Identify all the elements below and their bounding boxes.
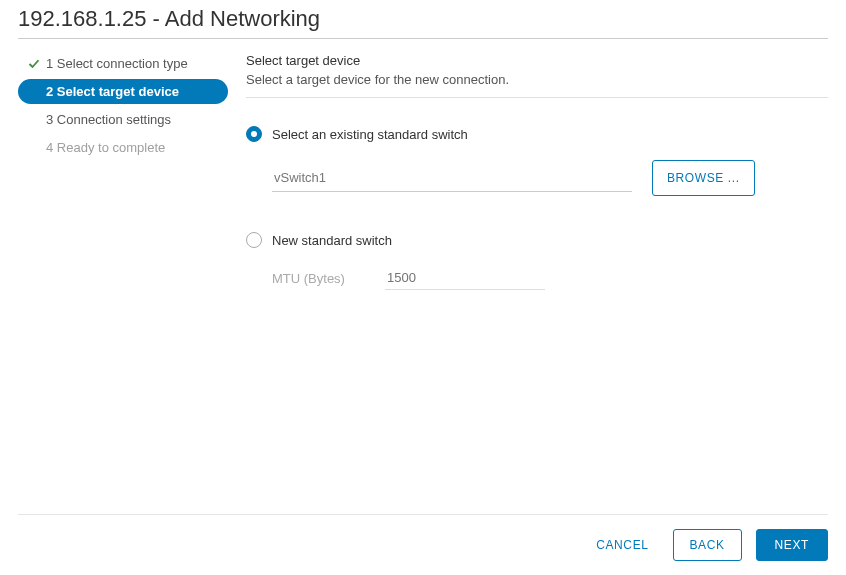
section-subtitle: Select a target device for the new conne…: [246, 72, 828, 87]
next-button[interactable]: NEXT: [756, 529, 828, 561]
wizard-step-label: 2 Select target device: [46, 84, 179, 99]
radio-label: New standard switch: [272, 233, 392, 248]
wizard-step-connection-settings[interactable]: 3 Connection settings: [18, 107, 228, 132]
checkmark-icon: [26, 58, 42, 70]
radio-label: Select an existing standard switch: [272, 127, 468, 142]
wizard-sidebar: 1 Select connection type 2 Select target…: [18, 51, 228, 290]
main-content: Select target device Select a target dev…: [246, 51, 828, 290]
footer-actions: CANCEL BACK NEXT: [586, 529, 828, 561]
radio-icon: [246, 126, 262, 142]
browse-button[interactable]: BROWSE ...: [652, 160, 755, 196]
wizard-step-label: 3 Connection settings: [46, 112, 171, 127]
divider: [246, 97, 828, 98]
cancel-button[interactable]: CANCEL: [586, 530, 658, 560]
wizard-step-label: 1 Select connection type: [46, 56, 188, 71]
wizard-step-target-device[interactable]: 2 Select target device: [18, 79, 228, 104]
switch-name-input[interactable]: [272, 164, 632, 192]
radio-existing-switch[interactable]: Select an existing standard switch: [246, 126, 828, 142]
radio-icon: [246, 232, 262, 248]
mtu-label: MTU (Bytes): [272, 271, 345, 286]
page-title: 192.168.1.25 - Add Networking: [18, 6, 828, 39]
radio-new-switch[interactable]: New standard switch: [246, 232, 828, 248]
section-title: Select target device: [246, 53, 828, 68]
back-button[interactable]: BACK: [673, 529, 742, 561]
wizard-step-connection-type[interactable]: 1 Select connection type: [18, 51, 228, 76]
wizard-step-ready-complete: 4 Ready to complete: [18, 135, 228, 160]
wizard-step-label: 4 Ready to complete: [46, 140, 165, 155]
mtu-input: [385, 266, 545, 290]
footer-divider: [18, 514, 828, 515]
